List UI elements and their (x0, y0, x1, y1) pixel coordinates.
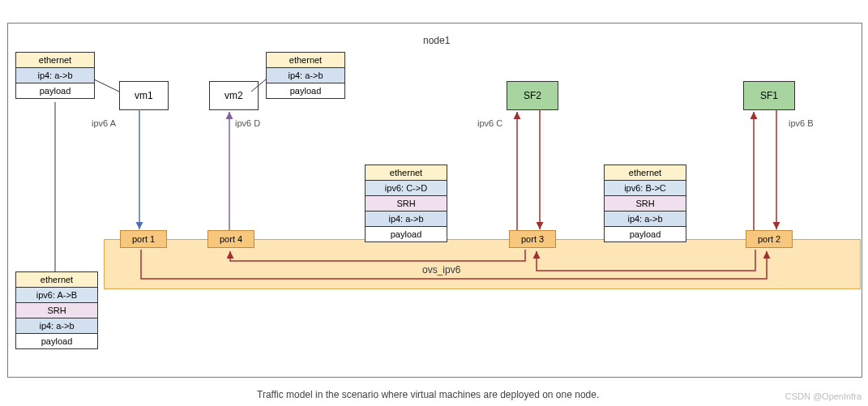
port-4: port 4 (207, 230, 254, 248)
layer-ip4: ip4: a->b (16, 68, 94, 83)
layer-srh: SRH (366, 196, 447, 212)
layer-srh: SRH (16, 303, 97, 318)
vm1-box: vm1 (119, 81, 169, 110)
packet-stack-ipv6-bc: ethernet ipv6: B->C SRH ip4: a->b payloa… (604, 165, 686, 242)
ovs-label: ovs_ipv6 (422, 264, 460, 276)
layer-ethernet: ethernet (267, 53, 344, 68)
layer-ip4: ip4: a->b (16, 318, 97, 334)
port-2: port 2 (746, 230, 793, 248)
diagram-canvas: node1 ethernet ip4: a->b payload vm1 ipv… (0, 0, 868, 406)
layer-ip4: ip4: a->b (366, 212, 447, 227)
sf2-box: SF2 (507, 81, 558, 110)
node1-title: node1 (423, 35, 450, 46)
label-ipv6-a: ipv6 A (92, 118, 116, 128)
layer-payload: payload (366, 227, 447, 241)
layer-ip4: ip4: a->b (605, 212, 686, 227)
layer-payload: payload (267, 83, 344, 98)
layer-srh: SRH (605, 196, 686, 212)
layer-ethernet: ethernet (16, 53, 94, 68)
layer-ipv6: ipv6: B->C (605, 181, 686, 196)
packet-stack-ethernet-ip4-mid: ethernet ip4: a->b payload (266, 52, 345, 99)
layer-ethernet: ethernet (366, 165, 447, 181)
layer-ethernet: ethernet (605, 165, 686, 181)
watermark-text: CSDN @OpenInfra (785, 391, 862, 401)
layer-payload: payload (16, 83, 94, 98)
layer-payload: payload (16, 334, 97, 348)
layer-ipv6: ipv6: A->B (16, 288, 97, 303)
packet-stack-ethernet-ip4-left: ethernet ip4: a->b payload (15, 52, 95, 99)
label-ipv6-b: ipv6 B (789, 118, 814, 128)
packet-stack-ipv6-cd: ethernet ipv6: C->D SRH ip4: a->b payloa… (365, 165, 447, 242)
label-ipv6-c: ipv6 C (477, 118, 502, 128)
layer-ethernet: ethernet (16, 272, 97, 288)
layer-payload: payload (605, 227, 686, 241)
label-ipv6-d: ipv6 D (235, 118, 260, 128)
packet-stack-ipv6-ab: ethernet ipv6: A->B SRH ip4: a->b payloa… (15, 271, 98, 349)
vm2-box: vm2 (209, 81, 259, 110)
caption-text: Traffic model in the scenario where virt… (257, 389, 599, 400)
layer-ip4: ip4: a->b (267, 68, 344, 83)
sf1-box: SF1 (743, 81, 795, 110)
port-3: port 3 (509, 230, 556, 248)
layer-ipv6: ipv6: C->D (366, 181, 447, 196)
port-1: port 1 (120, 230, 167, 248)
